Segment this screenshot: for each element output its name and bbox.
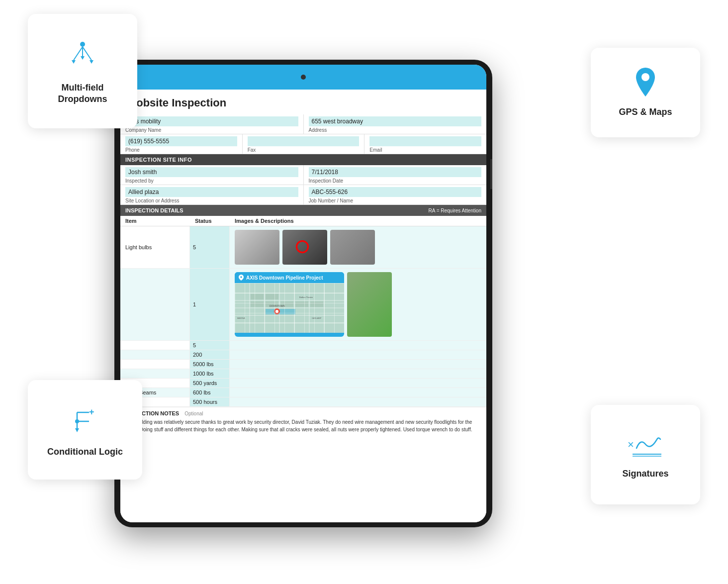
form-content: Jobsite Inspection axis mobility Company… bbox=[120, 90, 486, 522]
svg-point-38 bbox=[275, 310, 278, 313]
conditional-label: Conditional Logic bbox=[47, 446, 123, 458]
table-row: 1 AXIS Downtown Pipeline Project bbox=[120, 269, 486, 341]
svg-point-7 bbox=[641, 73, 649, 81]
table-header: Item Status Images & Descriptions bbox=[120, 216, 486, 226]
svg-rect-30 bbox=[266, 294, 278, 299]
gps-icon bbox=[633, 67, 658, 99]
status-cell: 5000 lbs bbox=[190, 360, 230, 369]
table-row: Labor 500 hours bbox=[120, 397, 486, 407]
images-cell bbox=[230, 341, 486, 350]
inspected-by-label: Inspected by bbox=[125, 178, 298, 184]
email-label: Email bbox=[369, 147, 481, 153]
fax-label: Fax bbox=[248, 147, 360, 153]
company-name-label: Company Name bbox=[125, 127, 298, 133]
images-cell bbox=[230, 350, 486, 359]
svg-rect-31 bbox=[251, 301, 264, 307]
email-value bbox=[369, 136, 481, 146]
phone-value: (619) 555-5555 bbox=[125, 136, 237, 146]
images-cell bbox=[230, 388, 486, 397]
images-cell bbox=[230, 379, 486, 388]
svg-marker-13 bbox=[75, 428, 79, 432]
address-label: Address bbox=[309, 127, 482, 133]
svg-point-0 bbox=[80, 42, 85, 47]
images-cell bbox=[230, 360, 486, 369]
photo-thumbnail bbox=[235, 230, 279, 265]
images-cell bbox=[230, 369, 486, 378]
company-name-value: axis mobility bbox=[125, 116, 298, 126]
svg-point-37 bbox=[274, 308, 280, 314]
table-row: Steel Beams 600 lbs bbox=[120, 388, 486, 397]
table-row: 5000 lbs bbox=[120, 360, 486, 369]
images-cell bbox=[230, 226, 486, 268]
svg-rect-29 bbox=[251, 294, 264, 299]
table-row: 1000 lbs bbox=[120, 369, 486, 379]
item-cell bbox=[120, 269, 190, 340]
inspection-date-value: 7/11/2018 bbox=[309, 167, 482, 177]
address-cell: 655 west broadway Address bbox=[304, 114, 487, 134]
item-cell bbox=[120, 350, 190, 359]
svg-text:×: × bbox=[628, 438, 634, 451]
svg-text:+: + bbox=[89, 407, 94, 417]
site-location-label: Site Location or Address bbox=[125, 198, 298, 203]
details-section-header: INSPECTION DETAILS RA = Requires Attenti… bbox=[120, 205, 486, 216]
photo-thumbnail bbox=[282, 230, 327, 265]
map-title: AXIS Downtown Pipeline Project bbox=[246, 275, 323, 281]
signatures-card: × Signatures bbox=[591, 405, 700, 504]
photo-thumbnail bbox=[330, 230, 375, 265]
address-value: 655 west broadway bbox=[309, 116, 482, 126]
fax-value bbox=[248, 136, 360, 146]
multifield-icon bbox=[65, 37, 100, 75]
svg-line-2 bbox=[83, 47, 91, 60]
inspected-by-cell: Josh smith Inspected by bbox=[120, 165, 304, 185]
col-status-header: Status bbox=[195, 218, 235, 224]
signatures-icon: × bbox=[626, 429, 665, 461]
site-job-row: Allied plaza Site Location or Address AB… bbox=[120, 185, 486, 205]
images-row bbox=[233, 228, 483, 267]
multifield-label: Multi-field Dropdowns bbox=[58, 82, 107, 105]
item-cell bbox=[120, 360, 190, 369]
tablet-device: Jobsite Inspection axis mobility Company… bbox=[114, 60, 492, 527]
svg-rect-36 bbox=[266, 309, 295, 314]
svg-rect-17 bbox=[235, 283, 344, 333]
inspection-date-label: Inspection Date bbox=[309, 178, 482, 184]
status-cell: 500 yards bbox=[190, 379, 230, 388]
status-cell: 200 bbox=[190, 350, 230, 359]
fax-cell: Fax bbox=[243, 134, 365, 154]
gps-label: GPS & Maps bbox=[619, 106, 672, 118]
status-cell: 5 bbox=[190, 226, 230, 268]
signatures-label: Signatures bbox=[622, 468, 668, 480]
notes-optional-label: Optional bbox=[184, 411, 203, 416]
job-number-cell: ABC-555-626 Job Number / Name bbox=[304, 185, 487, 204]
site-location-value: Allied plaza bbox=[125, 187, 298, 197]
svg-text:Balboa Theatre: Balboa Theatre bbox=[299, 296, 313, 298]
form-title: Jobsite Inspection bbox=[120, 90, 486, 114]
svg-rect-35 bbox=[310, 301, 323, 307]
status-cell: 1 bbox=[190, 269, 230, 340]
images-cell bbox=[230, 397, 486, 406]
table-row: 200 bbox=[120, 350, 486, 360]
multifield-dropdowns-card: Multi-field Dropdowns bbox=[28, 14, 137, 128]
inspected-by-value: Josh smith bbox=[125, 167, 298, 177]
job-number-label: Job Number / Name bbox=[309, 198, 482, 203]
svg-rect-32 bbox=[266, 301, 278, 307]
photo-thumbnail bbox=[347, 272, 392, 337]
email-cell: Email bbox=[364, 134, 486, 154]
col-images-header: Images & Descriptions bbox=[235, 218, 481, 224]
col-item-header: Item bbox=[125, 218, 195, 224]
notes-section: INSPECTION NOTES Optional The building w… bbox=[120, 407, 486, 444]
svg-rect-33 bbox=[280, 301, 293, 307]
svg-rect-34 bbox=[295, 301, 308, 307]
notes-header: INSPECTION NOTES Optional bbox=[125, 410, 481, 416]
status-cell: 500 hours bbox=[190, 397, 230, 406]
camera-dot bbox=[301, 75, 306, 80]
svg-text:DOWNTOWN: DOWNTOWN bbox=[270, 304, 285, 307]
conditional-icon: + bbox=[67, 401, 103, 439]
map-body: DOWNTOWN Balboa Theatre MARINA GASLAMP bbox=[235, 283, 344, 333]
tablet-topbar bbox=[120, 65, 486, 90]
phone-fax-email-row: (619) 555-5555 Phone Fax Email bbox=[120, 134, 486, 154]
status-cell: 5 bbox=[190, 341, 230, 350]
status-cell: 1000 lbs bbox=[190, 369, 230, 378]
item-cell bbox=[120, 341, 190, 350]
map-card: AXIS Downtown Pipeline Project bbox=[235, 272, 344, 337]
inspection-date-cell: 7/11/2018 Inspection Date bbox=[304, 165, 487, 185]
